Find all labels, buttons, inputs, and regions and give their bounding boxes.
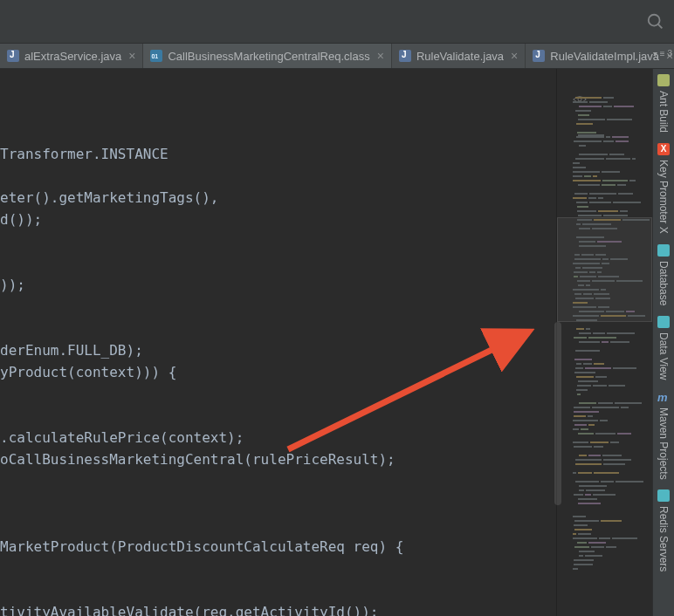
svg-line-1	[658, 24, 663, 29]
tab-label: alExtraService.java	[24, 50, 121, 63]
db-icon	[657, 244, 670, 257]
editor-tab[interactable]: alExtraService.java×	[0, 44, 143, 68]
java-file-icon	[399, 50, 411, 62]
editor-tab[interactable]: RuleValidate.java×	[392, 44, 526, 68]
tab-view-options[interactable]: ▾ ≡ 3	[653, 49, 672, 58]
keypx-icon: X	[657, 143, 670, 155]
editor-tab[interactable]: RuleValidateImpl.java×	[526, 44, 674, 68]
tab-label: RuleValidate.java	[416, 50, 504, 63]
editor-tab-bar: alExtraService.java×CallBusinessMarketin…	[0, 44, 674, 69]
java-file-icon	[533, 50, 545, 62]
tool-window-button[interactable]: Ant Build	[657, 74, 670, 133]
tool-window-label: Data View	[657, 332, 670, 380]
eye-icon	[573, 92, 587, 100]
tool-window-button[interactable]: XKey Promoter X	[657, 143, 670, 234]
tool-window-label: Redis Servers	[657, 506, 670, 572]
tool-window-button[interactable]: Database	[657, 244, 670, 305]
tool-window-label: Database	[657, 261, 670, 305]
mvn-icon: m	[657, 391, 670, 403]
ant-icon	[657, 74, 670, 86]
tool-window-button[interactable]: Data View	[657, 316, 670, 380]
editor-scrollbar[interactable]	[554, 322, 561, 505]
close-icon[interactable]: ×	[128, 49, 135, 63]
tool-window-label: Ant Build	[657, 91, 670, 133]
tool-window-button[interactable]: mMaven Projects	[657, 391, 670, 480]
svg-point-0	[649, 15, 660, 26]
tool-window-button[interactable]: Redis Servers	[657, 489, 670, 572]
redis-icon	[657, 489, 670, 502]
tool-window-bar: Ant BuildXKey Promoter XDatabaseData Vie…	[652, 69, 674, 616]
dv-icon	[657, 316, 670, 328]
tab-label: RuleValidateImpl.java	[550, 50, 659, 63]
tool-window-label: Maven Projects	[657, 407, 670, 480]
close-icon[interactable]: ×	[377, 49, 384, 63]
tab-label: CallBusinessMarketingCentralReq.class	[168, 50, 369, 63]
java-file-icon	[7, 50, 19, 62]
class-file-icon	[150, 50, 162, 62]
code-minimap[interactable]	[556, 69, 652, 616]
close-icon[interactable]: ×	[511, 49, 518, 63]
tool-window-label: Key Promoter X	[657, 160, 670, 234]
search-icon[interactable]	[646, 12, 665, 31]
editor-tab[interactable]: CallBusinessMarketingCentralReq.class×	[143, 44, 391, 68]
title-bar	[0, 0, 674, 44]
